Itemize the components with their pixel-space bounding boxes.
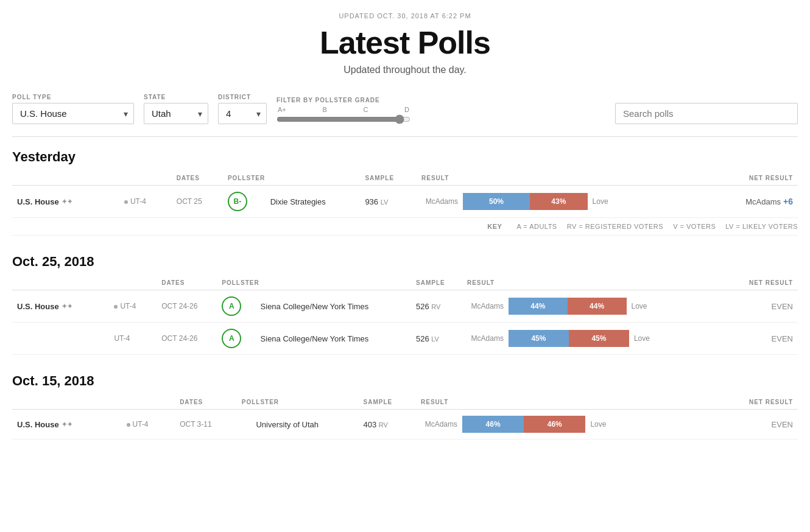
th-result: RESULT xyxy=(417,171,715,186)
net-value: EVEN xyxy=(772,420,793,429)
poll-type-label: POLL TYPE xyxy=(12,94,134,100)
sample-type: LV xyxy=(381,198,389,206)
pollster-cell: Siena College/New York Times xyxy=(256,290,411,323)
type-cell: U.S. House ✦✦ xyxy=(12,186,119,218)
sections-container: Yesterday DATES POLLSTER SAMPLE RESULT N… xyxy=(12,149,798,439)
th-sample: SAMPLE xyxy=(360,171,417,186)
grade-badge: A xyxy=(222,329,241,348)
dem-candidate-name: McAdams xyxy=(467,334,504,343)
th-net-result: NET RESULT xyxy=(715,171,798,186)
rep-candidate-name: Love xyxy=(590,420,615,429)
sample-type: RV xyxy=(379,421,388,429)
state-select[interactable]: Utah Alabama Alaska xyxy=(144,103,208,124)
pollster-cell: Siena College/New York Times xyxy=(256,323,411,355)
type-cell xyxy=(12,323,109,355)
result-bar-wrapper: McAdams 46% 46% Love xyxy=(421,416,713,433)
th-sample: SAMPLE xyxy=(411,276,462,290)
grade-cell: B- xyxy=(223,186,266,218)
net-value: +6 xyxy=(783,197,793,206)
district-select[interactable]: 4 1 2 3 xyxy=(218,103,267,124)
th-pollster: POLLSTER xyxy=(237,395,359,410)
section-heading-1: Oct. 25, 2018 xyxy=(12,254,798,270)
table-header-row: DATES POLLSTER SAMPLE RESULT NET RESULT xyxy=(12,171,798,186)
rep-bar: 45% xyxy=(569,330,629,347)
rep-bar: 44% xyxy=(568,298,627,315)
th-dates: DATES xyxy=(172,171,223,186)
updated-timestamp: UPDATED OCT. 30, 2018 AT 6:22 PM xyxy=(12,12,798,19)
polls-table-1: DATES POLLSTER SAMPLE RESULT NET RESULT … xyxy=(12,276,798,355)
net-result-cell: EVEN xyxy=(727,323,798,355)
rep-candidate-name: Love xyxy=(593,197,617,206)
district-select-wrapper[interactable]: 4 1 2 3 xyxy=(218,103,267,124)
th-type xyxy=(12,171,172,186)
sample-cell: 526 LV xyxy=(411,323,462,355)
grade-d: D xyxy=(404,106,409,113)
district-cell: UT-4 xyxy=(109,290,157,323)
type-cell: U.S. House ✦✦ xyxy=(12,410,122,439)
poll-type-cell: U.S. House ✦✦ xyxy=(17,197,114,206)
key-item: V = VOTERS xyxy=(673,223,716,230)
section-heading-0: Yesterday xyxy=(12,149,798,165)
poll-type-select-wrapper[interactable]: U.S. House U.S. Senate Governor Presiden… xyxy=(12,103,134,124)
result-cell: McAdams 46% 46% Love xyxy=(416,410,718,439)
grade-slider[interactable] xyxy=(276,114,410,124)
dates-cell: OCT 3-11 xyxy=(175,410,237,439)
result-bars: 50% 43% xyxy=(463,193,588,210)
sample-cell: 403 RV xyxy=(359,410,417,439)
poll-type-cell: U.S. House ✦✦ xyxy=(17,302,104,311)
th-result: RESULT xyxy=(416,395,718,410)
th-type xyxy=(12,395,175,410)
section-heading-2: Oct. 15, 2018 xyxy=(12,373,798,389)
result-cell: McAdams 50% 43% Love xyxy=(417,186,715,218)
rep-candidate-name: Love xyxy=(632,302,656,310)
dates-cell: OCT 24-26 xyxy=(157,290,217,323)
polls-table-0: DATES POLLSTER SAMPLE RESULT NET RESULT … xyxy=(12,171,798,218)
rep-candidate-name: Love xyxy=(634,334,658,343)
net-value: EVEN xyxy=(772,302,793,311)
page-subtitle: Updated throughout the day. xyxy=(12,65,798,75)
table-header-row: DATES POLLSTER SAMPLE RESULT NET RESULT xyxy=(12,395,798,410)
table-row: UT-4 OCT 24-26 A Siena College/New York … xyxy=(12,323,798,355)
district-label: DISTRICT xyxy=(218,94,267,100)
search-group xyxy=(615,103,798,124)
rep-bar: 43% xyxy=(530,193,588,210)
polls-table-2: DATES POLLSTER SAMPLE RESULT NET RESULT … xyxy=(12,395,798,439)
rep-bar: 46% xyxy=(524,416,585,433)
search-input[interactable] xyxy=(615,103,798,124)
poll-type-select[interactable]: U.S. House U.S. Senate Governor Presiden… xyxy=(12,103,134,124)
section-0: Yesterday DATES POLLSTER SAMPLE RESULT N… xyxy=(12,149,798,236)
grade-cell xyxy=(237,410,252,439)
result-bar-wrapper: McAdams 45% 45% Love xyxy=(467,330,722,347)
stars-icon: ✦✦ xyxy=(62,303,72,310)
poll-type-cell: U.S. House ✦✦ xyxy=(17,420,117,429)
result-bar-wrapper: McAdams 44% 44% Love xyxy=(467,298,722,315)
th-net-result: NET RESULT xyxy=(718,395,798,410)
key-label: KEY xyxy=(487,223,502,230)
th-dates: DATES xyxy=(175,395,237,410)
table-row: U.S. House ✦✦ UT-4 OCT 25 B- Dixie Strat… xyxy=(12,186,798,218)
type-cell: U.S. House ✦✦ xyxy=(12,290,109,323)
grade-cell: A xyxy=(217,290,255,323)
net-result-cell: EVEN xyxy=(718,410,798,439)
th-net-result: NET RESULT xyxy=(727,276,798,290)
grade-badge: A xyxy=(222,296,241,316)
grade-b: B xyxy=(322,106,326,113)
grade-cell: A xyxy=(217,323,255,355)
th-dates: DATES xyxy=(157,276,217,290)
filters-row: POLL TYPE U.S. House U.S. Senate Governo… xyxy=(12,94,798,124)
result-bars: 46% 46% xyxy=(462,416,585,433)
pollster-cell: Dixie Strategies xyxy=(266,186,361,218)
dem-bar: 46% xyxy=(462,416,524,433)
net-result-cell: EVEN xyxy=(727,290,798,323)
state-select-wrapper[interactable]: Utah Alabama Alaska xyxy=(144,103,208,124)
dem-bar: 45% xyxy=(509,330,569,347)
pollster-cell: University of Utah xyxy=(251,410,358,439)
dates-cell: OCT 25 xyxy=(172,186,223,218)
table-row: U.S. House ✦✦ UT-4 OCT 3-11 University o… xyxy=(12,410,798,439)
dem-candidate-name: McAdams xyxy=(467,302,504,310)
grade-a-plus: A+ xyxy=(278,106,286,113)
grade-filter-label: FILTER BY POLLSTER GRADE xyxy=(276,97,410,103)
dates-cell: OCT 24-26 xyxy=(157,323,217,355)
dem-bar: 44% xyxy=(509,298,568,315)
result-bars: 45% 45% xyxy=(509,330,629,347)
